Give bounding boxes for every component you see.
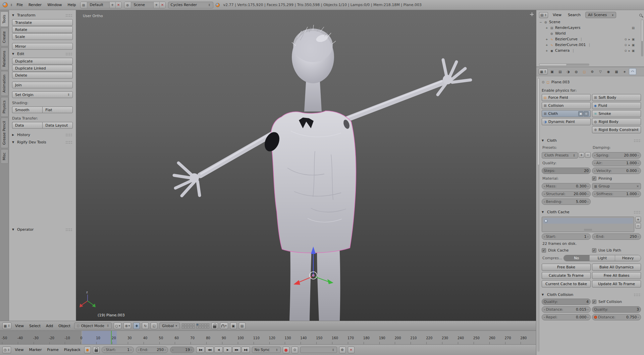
decrement-icon[interactable]: ◂ — [544, 193, 545, 195]
tab-misc[interactable]: Misc — [1, 149, 8, 164]
pin-stiffness-field[interactable]: ◂ Stiffness: 1.000 ▸ — [592, 191, 641, 197]
outliner-menu-search[interactable]: Search — [566, 12, 582, 18]
tab-create[interactable]: Create — [1, 28, 8, 46]
rigid-body-constraint-button[interactable]: ⊕ Rigid Body Constraint — [592, 126, 641, 133]
panel-grip-icon[interactable] — [65, 133, 73, 136]
decrement-icon[interactable]: ◂ — [544, 308, 545, 311]
outliner-filter-dropdown[interactable]: All Scenes ▾ — [585, 12, 616, 18]
menu-file[interactable]: File — [15, 2, 24, 8]
frame-end-field[interactable]: ◂ End: 250 ▸ — [136, 347, 168, 353]
update-all-to-frame-button[interactable]: Update All To Frame — [592, 280, 641, 287]
panel-grip-icon[interactable] — [65, 141, 73, 144]
increment-icon[interactable]: ▸ — [638, 170, 639, 172]
tab-relations[interactable]: Relations — [1, 47, 8, 70]
decrement-icon[interactable]: ◂ — [594, 162, 595, 165]
duplicate-button[interactable]: Duplicate — [12, 58, 73, 64]
outliner-editor-type-button[interactable]: ▤ ⇕ — [539, 12, 548, 18]
cloth-presets-dropdown[interactable]: Cloth Presets ⇕ — [542, 152, 578, 159]
tab-animation[interactable]: Animation — [1, 71, 8, 96]
jump-to-end-button[interactable]: ▶▮ — [241, 347, 250, 353]
self-collision-checkbox[interactable]: ✓ Self Collision — [592, 299, 641, 305]
delete-screen-icon[interactable]: ✕ — [115, 2, 121, 8]
duplicate-linked-button[interactable]: Duplicate Linked — [12, 65, 73, 72]
collision-quality-field[interactable]: Quality: 4 — [542, 299, 591, 305]
dynamic-paint-button[interactable]: ◑ Dynamic Paint — [542, 118, 591, 125]
cloth-cache-section-header[interactable]: ▼ Cloth Cache — [542, 208, 641, 216]
mass-field[interactable]: ◂ Mass: 0.300 ▸ — [542, 183, 591, 189]
outliner-horizontal-scrollbar[interactable] — [539, 63, 589, 66]
cloth-button[interactable]: ⊠ Cloth ▣ ⊙ — [542, 110, 591, 117]
fluid-button[interactable]: ◆ Fluid — [592, 102, 641, 109]
panel-grip-icon[interactable] — [634, 211, 641, 214]
auto-keyframe-toggle[interactable]: ● — [283, 347, 289, 353]
hide-toggle-icon[interactable]: ⊙ — [624, 43, 627, 47]
outliner-item-beziercurve-001[interactable]: + ∿ BezierCurve.001 | ⊙ ▸ ▣ — [539, 42, 642, 48]
scene-name[interactable]: Scene — [131, 3, 153, 7]
tab-modifiers[interactable]: ⚙ — [589, 68, 596, 75]
cloth-render-toggle-icon[interactable]: ▣ — [578, 111, 583, 116]
decrement-icon[interactable]: ◂ — [594, 193, 595, 195]
previous-keyframe-button[interactable]: ◀◀ — [205, 347, 214, 353]
jump-to-start-button[interactable]: ▮◀ — [196, 347, 205, 353]
current-cache-to-bake-button[interactable]: Current Cache to Bake — [542, 280, 591, 287]
rotate-button[interactable]: Rotate — [12, 26, 73, 33]
delete-scene-icon[interactable]: ✕ — [159, 2, 165, 8]
tab-material[interactable]: ◉ — [605, 68, 612, 75]
lock-to-scene-toggle[interactable] — [211, 322, 218, 329]
panel-grip-icon[interactable] — [65, 14, 73, 17]
3d-model-canvas[interactable]: z — [76, 10, 536, 321]
soft-body-button[interactable]: ⊠ Soft Body — [592, 94, 641, 101]
tab-world[interactable]: ◍ — [573, 68, 580, 75]
increment-icon[interactable]: ▸ — [638, 193, 639, 195]
add-preset-button[interactable]: + — [579, 152, 584, 158]
play-button[interactable]: ▶ — [223, 347, 232, 353]
tab-object-data[interactable]: ▽ — [597, 68, 604, 75]
keying-set-icon-button[interactable]: ⊙ — [291, 347, 298, 353]
expander-icon[interactable]: + — [545, 49, 548, 52]
bending-stiffness-field[interactable]: ◂ Bending: 5.000 ▸ — [542, 198, 591, 205]
play-reverse-button[interactable]: ◀ — [214, 347, 223, 353]
mode-dropdown[interactable]: ◻ Object Mode ⇕ — [74, 322, 112, 329]
panel-grip-icon[interactable] — [634, 139, 641, 142]
add-screen-icon[interactable]: + — [109, 2, 115, 8]
collision-distance-field[interactable]: ◂ Distance: 0.015 ▸ — [542, 306, 591, 313]
increment-icon[interactable]: ▸ — [191, 349, 192, 351]
join-button[interactable]: Join — [12, 82, 73, 88]
increment-icon[interactable]: ▸ — [165, 349, 166, 351]
properties-editor-type-button[interactable]: ▦ ⇕ — [539, 69, 548, 75]
timeline-menu-marker[interactable]: Marker — [27, 347, 43, 353]
outliner-vertical-scrollbar[interactable] — [641, 19, 643, 56]
manipulator-scale-toggle[interactable]: ◱ — [151, 322, 157, 329]
tab-tools[interactable]: Tools — [1, 11, 8, 27]
clear-group-icon[interactable]: ✕ — [636, 185, 639, 188]
viewport-menu-add[interactable]: Add — [44, 323, 55, 329]
increment-icon[interactable]: ▸ — [638, 235, 639, 238]
hide-toggle-icon[interactable]: ⊙ — [624, 49, 627, 52]
cloth-view-toggle-icon[interactable]: ⊙ — [584, 111, 589, 116]
selectable-toggle-icon[interactable]: ▸ — [629, 49, 630, 52]
timeline-editor-type-button[interactable]: ◷ ⇕ — [2, 347, 11, 353]
expander-icon[interactable]: + — [545, 43, 548, 47]
bake-all-dynamics-button[interactable]: Bake All Dynamics — [592, 264, 641, 271]
tab-grease-pencil[interactable]: Grease Pencil — [1, 118, 8, 148]
screen-layout-selector[interactable]: ▤ Default + ✕ — [80, 2, 122, 8]
menu-help[interactable]: Help — [66, 2, 78, 8]
pin-icon[interactable]: ⊙ — [542, 80, 544, 84]
compression-light-option[interactable]: Light — [590, 255, 615, 261]
outliner-item-world[interactable]: ◍ World — [539, 31, 642, 36]
tab-physics[interactable]: ◠ — [629, 68, 636, 75]
collision-button[interactable]: ⊠ Collision — [542, 102, 591, 109]
rigify-panel-header[interactable]: ▼ Rigify Dev Tools — [12, 138, 73, 146]
compression-no-option[interactable]: No — [564, 255, 590, 261]
animated-value-icon[interactable] — [594, 316, 597, 319]
point-cache-list[interactable] — [542, 217, 634, 232]
decrement-icon[interactable]: ◂ — [104, 349, 105, 351]
browse-screens-icon[interactable]: ▤ — [80, 2, 87, 8]
self-collision-distance-field[interactable]: Distance: 0.750 ▸ — [592, 314, 641, 320]
data-layout-button[interactable]: Data Layout — [42, 122, 73, 129]
increment-icon[interactable]: ▸ — [587, 185, 589, 188]
panel-grip-icon[interactable] — [65, 52, 73, 55]
timeline-ruler[interactable]: -50-40-30-20-100102030405060708090100110… — [0, 331, 536, 345]
increment-icon[interactable]: ▸ — [130, 349, 132, 351]
scale-button[interactable]: Scale — [12, 33, 73, 40]
